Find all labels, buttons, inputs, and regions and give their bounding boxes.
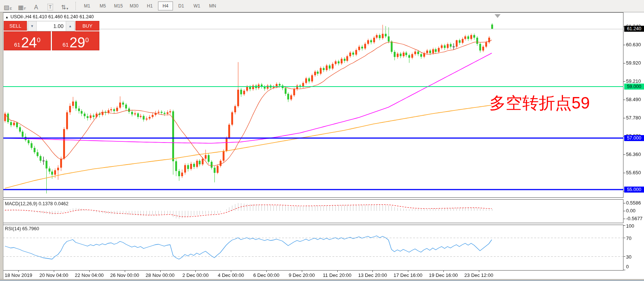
timeframe-group: M1M5M15M30H1H4D1W1MN [79, 1, 220, 10]
date-tick-label: 26 Nov 00:00 [110, 272, 139, 278]
window-bottom-strip [0, 279, 644, 281]
price-tick-label: 56.360 [626, 152, 641, 157]
draw-pattern-icon[interactable]: ▨E [1, 1, 14, 11]
sell-price-prefix: 61 [14, 42, 21, 47]
date-tick-label: 19 Dec 16:00 [429, 272, 458, 278]
chart-title: ▲USOil-,H4 61.410 61.460 61.240 61.240 [5, 14, 94, 19]
trading-terminal-window: ▨E▦FAT⇅▾ M1M5M15M30H1H4D1W1MN ▲USOil-,H4… [0, 0, 644, 281]
rsi-tick-label: 70 [626, 235, 631, 241]
date-tick-label: 22 Nov 04:00 [75, 272, 103, 278]
rsi-tick-label: 0 [626, 264, 629, 269]
chart-annotation-text: 多空转折点59 [489, 94, 590, 112]
rsi-indicator-label: RSI(14) 65.7960 [5, 226, 39, 231]
price-tick-label: 60.630 [626, 42, 641, 47]
symbol-quote-text: USOil-,H4 61.410 61.460 61.240 61.240 [10, 14, 94, 19]
rsi-tick-label: 30 [626, 254, 631, 260]
volume-input[interactable]: 1.00 [37, 21, 66, 31]
timeframe-button-d1[interactable]: D1 [174, 1, 189, 10]
timeframe-button-h1[interactable]: H1 [142, 1, 157, 10]
autoscroll-arrow-icon[interactable] [495, 14, 501, 18]
timeframe-button-mn[interactable]: MN [205, 1, 220, 10]
sell-button[interactable]: SELL [4, 21, 27, 31]
timeframe-button-m1[interactable]: M1 [80, 1, 95, 10]
symbol-marker-icon: ▲ [5, 15, 9, 19]
date-tick-label: 9 Dec 20:00 [289, 272, 315, 278]
price-tick-label: 55.650 [626, 170, 641, 175]
price-tick-label: 59.920 [626, 60, 641, 66]
toolbar-separator [75, 2, 76, 10]
text-box-icon[interactable]: T [44, 1, 57, 11]
one-click-trade-panel: SELL ▼ 1.00 ▲ BUY 61240 61290 [4, 21, 99, 50]
volume-stepper: ▼ 1.00 ▲ [28, 21, 75, 31]
drawing-tools-group: ▨E▦FAT⇅▾ [0, 1, 71, 11]
hline-price-badge: 57.000 [624, 135, 644, 141]
sell-price-superscript: 0 [37, 37, 40, 43]
price-tick-label: 59.210 [626, 78, 641, 84]
buy-price-display[interactable]: 61290 [52, 31, 99, 50]
date-tick-label: 20 Nov 04:00 [39, 272, 68, 278]
date-tick-label: 13 Dec 20:00 [358, 272, 387, 278]
hline-price-badge: 59.000 [624, 84, 644, 90]
timeframe-button-h4[interactable]: H4 [158, 1, 173, 10]
volume-increase-button[interactable]: ▲ [66, 21, 74, 31]
rsi-tick-label: 100 [626, 223, 634, 229]
price-tick-label: 58.490 [626, 97, 641, 102]
fibo-grid-icon[interactable]: ▦F [16, 1, 28, 11]
date-tick-label: 4 Dec 00:00 [218, 272, 244, 278]
sell-price-main: 24 [21, 36, 37, 49]
text-label-icon[interactable]: A [30, 1, 43, 11]
timeframe-button-m15[interactable]: M15 [111, 1, 126, 10]
date-tick-label: 6 Dec 00:00 [253, 272, 279, 278]
current-price-badge: 61.240 [624, 26, 644, 32]
macd-tick-label: -0.5677 [626, 216, 643, 221]
date-tick-label: 18 Nov 2019 [4, 272, 32, 278]
buy-price-prefix: 61 [62, 42, 69, 47]
timeframe-button-w1[interactable]: W1 [189, 1, 204, 10]
date-tick-label: 17 Dec 16:00 [393, 272, 422, 278]
date-tick-label: 23 Dec 12:00 [464, 272, 493, 278]
date-tick-label: 28 Nov 00:00 [146, 272, 174, 278]
cycle-arrows-icon[interactable]: ⇅▾ [58, 1, 71, 11]
hline-price-badge: 55.000 [624, 187, 644, 193]
volume-decrease-button[interactable]: ▼ [28, 21, 37, 31]
sell-price-display[interactable]: 61240 [4, 31, 51, 50]
date-tick-label: 11 Dec 20:00 [323, 272, 351, 278]
macd-indicator-label: MACD(12,26,9) 0.1378 0.0462 [5, 201, 68, 206]
buy-price-superscript: 0 [85, 37, 89, 43]
buy-price-main: 29 [69, 36, 85, 49]
buy-button[interactable]: BUY [75, 21, 99, 31]
toolbar: ▨E▦FAT⇅▾ M1M5M15M30H1H4D1W1MN [0, 0, 644, 12]
window-left-frame [0, 12, 3, 281]
price-tick-label: 57.780 [626, 115, 641, 121]
macd-tick-label: 0.00 [626, 208, 635, 213]
date-tick-label: 2 Dec 00:00 [182, 272, 208, 278]
timeframe-button-m5[interactable]: M5 [95, 1, 110, 10]
macd-tick-label: 0.5586 [626, 200, 641, 206]
timeframe-button-m30[interactable]: M30 [127, 1, 142, 10]
